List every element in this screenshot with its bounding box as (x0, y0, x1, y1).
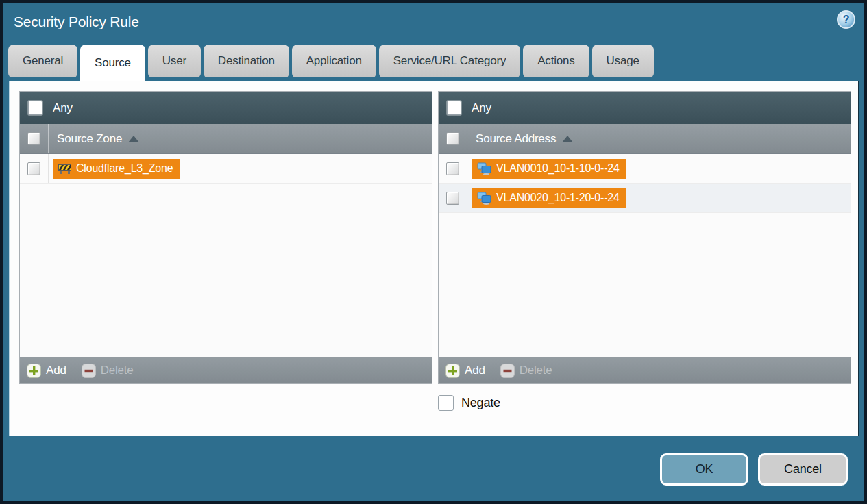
zone-list: Cloudflare_L3_Zone (20, 154, 432, 357)
column-header-label: Source Zone (57, 132, 122, 146)
select-all-checkbox[interactable] (446, 132, 459, 145)
tab-bar: GeneralSourceUserDestinationApplicationS… (3, 45, 864, 81)
address-chip[interactable]: VLAN0010_10-1-10-0--24 (472, 159, 626, 179)
row-checkbox[interactable] (446, 192, 459, 205)
any-header: Any (439, 92, 851, 124)
delete-button[interactable]: Delete (82, 364, 134, 378)
cancel-button[interactable]: Cancel (758, 453, 848, 486)
any-header: Any (20, 92, 432, 124)
title-bar: Security Policy Rule ? (3, 3, 864, 45)
table-row: VLAN0020_10-1-20-0--24 (439, 184, 851, 213)
row-checkbox[interactable] (446, 162, 459, 175)
tab-source[interactable]: Source (80, 45, 145, 81)
tab-content: Any Source Zone Cloudflare_L3_Zo (9, 81, 859, 436)
address-icon (477, 162, 491, 175)
ok-button[interactable]: OK (660, 453, 748, 486)
panel-footer: Add Delete (20, 357, 432, 383)
delete-button[interactable]: Delete (500, 364, 552, 378)
sort-asc-icon (562, 136, 573, 142)
table-row: VLAN0010_10-1-10-0--24 (439, 154, 851, 184)
help-icon[interactable]: ? (837, 10, 855, 29)
tab-destination[interactable]: Destination (204, 45, 289, 77)
any-label: Any (472, 101, 491, 115)
add-button[interactable]: Add (27, 364, 66, 378)
tab-usage[interactable]: Usage (592, 45, 654, 77)
security-policy-rule-dialog: Security Policy Rule ? GeneralSourceUser… (3, 3, 864, 501)
negate-control: Negate (438, 395, 851, 411)
column-header-label: Source Address (476, 132, 556, 146)
column-header[interactable]: Source Address (439, 124, 851, 154)
address-icon (477, 192, 491, 205)
row-checkbox[interactable] (27, 162, 40, 175)
dialog-frame: Security Policy Rule ? GeneralSourceUser… (0, 0, 867, 504)
any-checkbox[interactable] (28, 101, 42, 115)
select-all-checkbox[interactable] (27, 132, 40, 145)
any-checkbox[interactable] (447, 101, 461, 115)
source-zone-panel: Any Source Zone Cloudflare_L3_Zo (19, 91, 432, 384)
tab-actions[interactable]: Actions (523, 45, 589, 77)
plus-icon (445, 364, 460, 378)
panel-footer: Add Delete (439, 357, 851, 383)
dialog-footer: OK Cancel (3, 436, 864, 501)
tab-service-url-category[interactable]: Service/URL Category (379, 45, 521, 77)
tab-user[interactable]: User (148, 45, 201, 77)
address-list: VLAN0010_10-1-10-0--24 VLAN0020_10-1-20-… (439, 154, 851, 357)
source-address-panel: Any Source Address VLAN0010_10-1-10-0 (438, 91, 851, 384)
dialog-title: Security Policy Rule (14, 14, 139, 30)
zone-icon (58, 163, 71, 175)
address-chip[interactable]: VLAN0020_10-1-20-0--24 (472, 188, 626, 208)
minus-icon (500, 364, 515, 378)
column-header[interactable]: Source Zone (20, 124, 432, 154)
tab-general[interactable]: General (8, 45, 77, 77)
negate-label: Negate (461, 396, 500, 410)
table-row: Cloudflare_L3_Zone (20, 154, 432, 184)
minus-icon (82, 364, 96, 378)
plus-icon (27, 364, 41, 378)
zone-chip[interactable]: Cloudflare_L3_Zone (53, 159, 180, 179)
any-label: Any (53, 101, 73, 115)
tab-application[interactable]: Application (292, 45, 376, 77)
sort-asc-icon (128, 136, 139, 142)
negate-checkbox[interactable] (438, 395, 454, 411)
add-button[interactable]: Add (445, 364, 485, 378)
